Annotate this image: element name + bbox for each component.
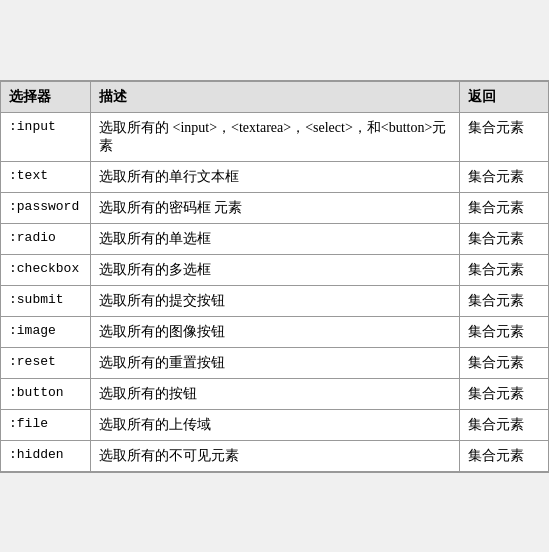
table-row: :button选取所有的按钮集合元素 xyxy=(1,378,549,409)
cell-selector: :text xyxy=(1,161,91,192)
cell-selector: :hidden xyxy=(1,440,91,471)
cell-description: 选取所有的多选框 xyxy=(90,254,459,285)
cell-selector: :file xyxy=(1,409,91,440)
table-row: :checkbox选取所有的多选框集合元素 xyxy=(1,254,549,285)
cell-description: 选取所有的按钮 xyxy=(90,378,459,409)
cell-return: 集合元素 xyxy=(460,223,549,254)
table-row: :file选取所有的上传域集合元素 xyxy=(1,409,549,440)
cell-selector: :radio xyxy=(1,223,91,254)
cell-description: 选取所有的图像按钮 xyxy=(90,316,459,347)
table-row: :input选取所有的 <input>，<textarea>，<select>，… xyxy=(1,112,549,161)
cell-return: 集合元素 xyxy=(460,409,549,440)
table-row: :hidden选取所有的不可见元素集合元素 xyxy=(1,440,549,471)
cell-selector: :reset xyxy=(1,347,91,378)
cell-selector: :password xyxy=(1,192,91,223)
cell-return: 集合元素 xyxy=(460,254,549,285)
cell-return: 集合元素 xyxy=(460,285,549,316)
table-container: 选择器 描述 返回 :input选取所有的 <input>，<textarea>… xyxy=(0,80,549,473)
table-row: :password选取所有的密码框 元素集合元素 xyxy=(1,192,549,223)
cell-description: 选取所有的单选框 xyxy=(90,223,459,254)
table-row: :radio选取所有的单选框集合元素 xyxy=(1,223,549,254)
cell-selector: :submit xyxy=(1,285,91,316)
cell-description: 选取所有的单行文本框 xyxy=(90,161,459,192)
table-body: :input选取所有的 <input>，<textarea>，<select>，… xyxy=(1,112,549,471)
table-header-row: 选择器 描述 返回 xyxy=(1,81,549,112)
cell-selector: :checkbox xyxy=(1,254,91,285)
cell-return: 集合元素 xyxy=(460,316,549,347)
table-row: :text选取所有的单行文本框集合元素 xyxy=(1,161,549,192)
cell-description: 选取所有的上传域 xyxy=(90,409,459,440)
table-row: :image选取所有的图像按钮集合元素 xyxy=(1,316,549,347)
cell-return: 集合元素 xyxy=(460,347,549,378)
cell-description: 选取所有的提交按钮 xyxy=(90,285,459,316)
cell-return: 集合元素 xyxy=(460,161,549,192)
cell-description: 选取所有的密码框 元素 xyxy=(90,192,459,223)
table-row: :submit选取所有的提交按钮集合元素 xyxy=(1,285,549,316)
cell-description: 选取所有的重置按钮 xyxy=(90,347,459,378)
cell-description: 选取所有的 <input>，<textarea>，<select>，和<butt… xyxy=(90,112,459,161)
cell-return: 集合元素 xyxy=(460,192,549,223)
table-row: :reset选取所有的重置按钮集合元素 xyxy=(1,347,549,378)
cell-description: 选取所有的不可见元素 xyxy=(90,440,459,471)
header-selector: 选择器 xyxy=(1,81,91,112)
cell-return: 集合元素 xyxy=(460,112,549,161)
header-description: 描述 xyxy=(90,81,459,112)
cell-return: 集合元素 xyxy=(460,440,549,471)
cell-selector: :input xyxy=(1,112,91,161)
cell-selector: :button xyxy=(1,378,91,409)
header-return: 返回 xyxy=(460,81,549,112)
selector-table: 选择器 描述 返回 :input选取所有的 <input>，<textarea>… xyxy=(0,81,549,472)
cell-return: 集合元素 xyxy=(460,378,549,409)
cell-selector: :image xyxy=(1,316,91,347)
